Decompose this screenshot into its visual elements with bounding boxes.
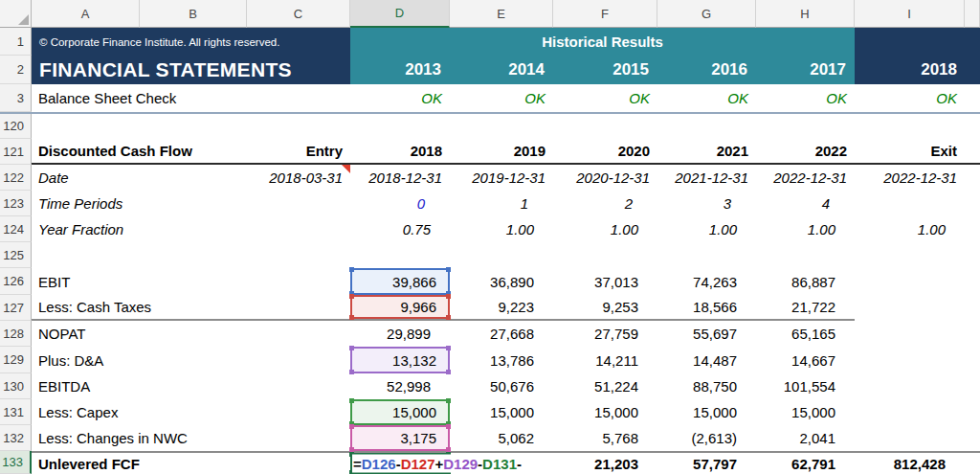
cell-blank[interactable] [965,216,980,242]
cell-e131[interactable]: 15,000 [450,399,553,425]
cell-h128[interactable]: 65,165 [756,321,855,347]
cell-f133[interactable]: 21,203 [553,451,657,474]
col-header-h[interactable]: H [756,0,855,28]
col-header-b[interactable]: B [140,0,247,28]
cell-blank[interactable] [32,242,980,268]
cell-sheet-title[interactable]: FINANCIAL STATEMENTS [32,56,350,84]
cell-period-0[interactable]: 0 [350,191,450,216]
cell-d128[interactable]: 29,899 [350,321,450,347]
cell-date-d[interactable]: 2018-12-31 [350,165,450,191]
cell-h132[interactable]: 2,041 [756,425,855,451]
cell-blank[interactable] [855,321,965,347]
row-header-3[interactable]: 3 [0,84,32,112]
cell-blank[interactable] [855,268,965,295]
cell-year-2018[interactable]: 2018 [855,56,980,84]
cell-blank[interactable] [855,295,965,321]
cell-historical-results[interactable]: Historical Results [350,28,855,56]
row-header-125[interactable]: 125 [0,242,32,268]
cell-blank[interactable] [965,268,980,295]
cell-blank[interactable] [32,114,980,139]
cell-date-exit[interactable]: 2022-12-31 [855,165,965,191]
row-header-120[interactable]: 120 [0,114,32,139]
col-header-f[interactable]: F [553,0,657,28]
cell-h126[interactable]: 86,887 [756,268,855,295]
row-header-132[interactable]: 132 [0,425,32,451]
cell-capex-label[interactable]: Less: Capex [32,399,350,425]
cell-blank[interactable] [965,295,980,321]
cell-period-2[interactable]: 2 [553,191,657,216]
cell-yf-f[interactable]: 1.00 [553,216,657,242]
cell-blank[interactable] [965,84,980,112]
cell-year-fraction-label[interactable]: Year Fraction [32,216,247,242]
row-header-122[interactable]: 122 [0,165,32,191]
cell-check-g[interactable]: OK [657,84,756,112]
cell-d126[interactable]: 39,866 [350,268,450,295]
cell-year-2016[interactable]: 2016 [657,56,756,84]
col-header-c[interactable]: C [247,0,350,28]
cell-year-2014[interactable]: 2014 [450,56,553,84]
cell-d132[interactable]: 3,175 [350,425,450,451]
cell-unlevered-fcf-label[interactable]: Unlevered FCF [32,451,350,474]
cell-e130[interactable]: 50,676 [450,373,553,399]
cell-copyright[interactable]: © Corporate Finance Institute. All right… [32,28,350,56]
cell-f131[interactable]: 15,000 [553,399,657,425]
cell-g126[interactable]: 74,263 [657,268,756,295]
cell-blank[interactable] [965,399,980,425]
cell-d127[interactable]: 9,966 [350,295,450,321]
row-header-126[interactable]: 126 [0,268,32,295]
row-header-121[interactable]: 121 [0,139,32,165]
cell-date-h[interactable]: 2022-12-31 [756,165,855,191]
col-header-d-selected[interactable]: D [350,0,450,28]
cell-g133[interactable]: 57,797 [657,451,756,474]
cell-g132[interactable]: (2,613) [657,425,756,451]
row-header-123[interactable]: 123 [0,191,32,216]
cell-e128[interactable]: 27,668 [450,321,553,347]
row-header-128[interactable]: 128 [0,321,32,347]
cell-h127[interactable]: 21,722 [756,295,855,321]
cell-e126[interactable]: 36,890 [450,268,553,295]
cell-yf-g[interactable]: 1.00 [657,216,756,242]
cell-g127[interactable]: 18,566 [657,295,756,321]
cell-yf-h[interactable]: 1.00 [756,216,855,242]
cell-h131[interactable]: 15,000 [756,399,855,425]
col-header-a[interactable]: A [32,0,140,28]
cell-blank[interactable] [965,139,980,165]
cell-entry-date[interactable]: 2018-03-31 [247,165,350,191]
cell-check-h[interactable]: OK [756,84,855,112]
cell-date-f[interactable]: 2020-12-31 [553,165,657,191]
cell-f127[interactable]: 9,253 [553,295,657,321]
cell-g129[interactable]: 14,487 [657,347,756,373]
cell-h130[interactable]: 101,554 [756,373,855,399]
cell-nopat-label[interactable]: NOPAT [32,321,350,347]
cell-f128[interactable]: 27,759 [553,321,657,347]
cell-g131[interactable]: 15,000 [657,399,756,425]
col-header-e[interactable]: E [450,0,553,28]
cell-e132[interactable]: 5,062 [450,425,553,451]
cell-period-1[interactable]: 1 [450,191,553,216]
cell-blank[interactable] [855,425,965,451]
cell-yf-exit[interactable]: 1.00 [855,216,965,242]
cell-time-periods-label[interactable]: Time Periods [32,191,247,216]
cell-blank[interactable] [855,373,965,399]
cell-check-d[interactable]: OK [350,84,450,112]
cell-d133-editing[interactable]: =D126-D127+D129-D131- [350,451,450,474]
cell-blank[interactable] [855,399,965,425]
cell-dcf-year-2022[interactable]: 2022 [756,139,855,165]
cell-f129[interactable]: 14,211 [553,347,657,373]
cell-check-i[interactable]: OK [855,84,965,112]
cell-f132[interactable]: 5,768 [553,425,657,451]
cell-year-2013[interactable]: 2013 [350,56,450,84]
row-header-131[interactable]: 131 [0,399,32,425]
cell-ebitda-label[interactable]: EBITDA [32,373,350,399]
cell-year-2017[interactable]: 2017 [756,56,855,84]
cell-yf-e[interactable]: 1.00 [450,216,553,242]
formula-in-edit[interactable]: =D126-D127+D129-D131- [352,455,525,473]
cell-blank[interactable] [965,321,980,347]
row-header-129[interactable]: 129 [0,347,32,373]
cell-g130[interactable]: 88,750 [657,373,756,399]
row-header-133-selected[interactable]: 133 [0,451,32,474]
cell-i133[interactable]: 812,428 [855,451,965,474]
cell-cash-taxes-label[interactable]: Less: Cash Taxes [32,295,350,321]
cell-dcf-title[interactable]: Discounted Cash Flow [32,139,247,165]
cell-da-label[interactable]: Plus: D&A [32,347,350,373]
